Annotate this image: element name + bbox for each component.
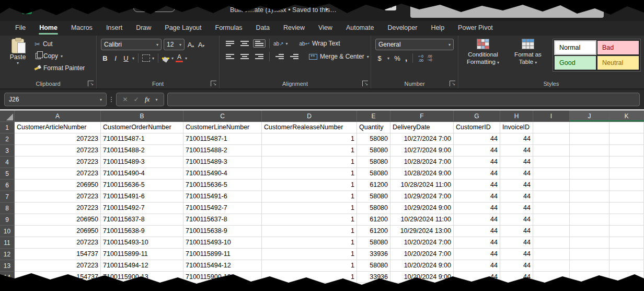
tab-automate[interactable]: Automate [339,21,381,35]
cell-B10[interactable]: 7100115638-9 [101,226,183,237]
cell-K3[interactable] [610,145,644,156]
row-header-8[interactable]: 8 [0,203,15,214]
cell-K12[interactable] [610,249,644,260]
cell-H8[interactable]: 44 [500,203,533,214]
fill-color-chevron-icon[interactable]: ▾ [171,56,174,61]
column-header-E[interactable]: E [357,110,390,122]
cell-C1[interactable]: CustomerLineNumber [183,122,262,133]
cell-style-bad[interactable]: Bad [597,41,639,54]
underline-button[interactable]: U [122,54,130,62]
cell-A3[interactable]: 207223 [15,145,101,156]
cell-B13[interactable]: 7100115494-12 [101,260,183,272]
paste-chevron-icon[interactable]: ▾ [17,61,19,65]
cell-E13[interactable]: 58080 [357,260,390,272]
cell-A10[interactable]: 206950 [15,226,101,237]
cell-H2[interactable]: 44 [500,133,533,145]
cell-J9[interactable] [570,214,610,226]
column-header-J[interactable]: J [570,110,610,122]
row-header-1[interactable]: 1 [0,122,15,133]
cell-C11[interactable]: 7100115493-10 [183,237,262,249]
cell-G3[interactable]: 44 [454,145,500,156]
tab-help[interactable]: Help [424,21,451,35]
paste-button[interactable]: Paste ▾ [4,39,31,79]
cell-H10[interactable]: 44 [500,226,533,237]
cell-E1[interactable]: Quantity [357,122,390,133]
cell-F8[interactable]: 10/29/2024 9:00 [390,203,454,214]
cell-H6[interactable]: 44 [500,180,533,191]
align-bottom-button[interactable] [253,39,266,48]
row-header-6[interactable]: 6 [0,180,15,191]
cell-G10[interactable]: 44 [454,226,500,237]
cell-B7[interactable]: 7100115491-6 [101,191,183,203]
cell-B5[interactable]: 7100115490-4 [101,168,183,180]
column-header-A[interactable]: A [15,110,101,122]
grow-font-button[interactable]: A▴ [187,41,195,49]
pen-icon[interactable]: ✎ [385,3,396,10]
format-painter-button[interactable]: Format Painter [34,63,85,73]
copy-button[interactable]: Copy ▾ [34,51,85,61]
underline-chevron-icon[interactable]: ▾ [132,56,134,61]
cell-G9[interactable]: 44 [454,214,500,226]
comma-style-button[interactable]: , [405,55,407,61]
cell-F7[interactable]: 10/29/2024 7:00 [390,191,454,203]
cut-button[interactable]: ✂ Cut [34,39,85,49]
cell-F14[interactable]: 10/20/2024 9:00 [390,272,454,283]
cell-I11[interactable] [533,237,570,249]
cell-K8[interactable] [610,203,644,214]
column-header-G[interactable]: G [454,110,500,122]
copy-chevron-icon[interactable]: ▾ [61,54,63,59]
cell-K14[interactable] [610,272,644,283]
cell-style-neutral[interactable]: Neutral [597,56,639,70]
cell-E8[interactable]: 58080 [357,203,390,214]
cell-A9[interactable]: 206950 [15,214,101,226]
cell-G7[interactable]: 44 [454,191,500,203]
font-dialog-launcher[interactable]: ↘ [211,81,216,86]
cell-B1[interactable]: CustomerOrderNumber [101,122,183,133]
cell-F2[interactable]: 10/27/2024 7:00 [390,133,454,145]
cell-H7[interactable]: 44 [500,191,533,203]
column-header-I[interactable]: I [533,110,570,122]
accounting-chevron-icon[interactable]: ▾ [387,56,389,61]
cell-K4[interactable] [610,156,644,168]
cell-D9[interactable]: 1 [262,214,357,226]
tab-insert[interactable]: Insert [99,21,129,35]
cell-A14[interactable]: 154737 [15,272,101,283]
cell-B11[interactable]: 7100115493-10 [101,237,183,249]
cell-B12[interactable]: 7100115899-11 [101,249,183,260]
cell-C2[interactable]: 7100115487-1 [183,133,262,145]
cell-C6[interactable]: 7100115636-5 [183,180,262,191]
cell-E14[interactable]: 33936 [357,272,390,283]
tab-formulas[interactable]: Formulas [209,21,249,35]
cell-K9[interactable] [610,214,644,226]
excel-app-icon[interactable]: X [22,4,32,14]
insert-function-icon[interactable]: fx [145,95,150,104]
column-header-C[interactable]: C [183,110,262,122]
cell-C10[interactable]: 7100115638-9 [183,226,262,237]
cell-G12[interactable]: 44 [454,249,500,260]
cell-E2[interactable]: 58080 [357,133,390,145]
cell-D1[interactable]: CustomerRealeaseNumber [262,122,357,133]
cell-F5[interactable]: 10/28/2024 9:00 [390,168,454,180]
align-right-button[interactable] [253,52,266,61]
cell-H14[interactable]: 44 [500,272,533,283]
cell-E5[interactable]: 58080 [357,168,390,180]
cell-J1[interactable] [570,122,610,133]
cell-F13[interactable]: 10/20/2024 9:00 [390,260,454,272]
tab-review[interactable]: Review [277,21,312,35]
cell-B2[interactable]: 7100115487-1 [101,133,183,145]
cell-B8[interactable]: 7100115492-7 [101,203,183,214]
cell-A2[interactable]: 207223 [15,133,101,145]
cell-E11[interactable]: 58080 [357,237,390,249]
enter-icon[interactable]: ✓ [134,96,139,103]
decrease-decimal-button[interactable]: .00→0 [427,54,432,62]
cell-G8[interactable]: 44 [454,203,500,214]
number-format-combobox[interactable]: General ▾ [375,39,454,50]
fx-chevron-icon[interactable]: ▾ [155,97,157,102]
cell-E3[interactable]: 58080 [357,145,390,156]
column-header-D[interactable]: D [262,110,357,122]
cell-D4[interactable]: 1 [262,156,357,168]
cell-A1[interactable]: CustomerArticleNumber [15,122,101,133]
clipboard-dialog-launcher[interactable]: ↘ [88,81,94,86]
quick-access-toolbar[interactable] [133,4,175,12]
cell-I3[interactable] [533,145,570,156]
